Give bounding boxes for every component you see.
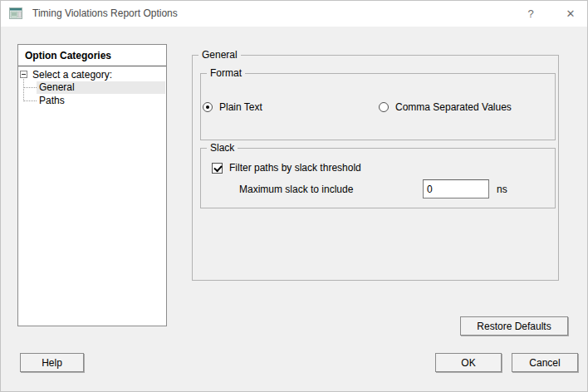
app-icon bbox=[9, 7, 22, 19]
filter-paths-checkbox-row[interactable]: Filter paths by slack threshold bbox=[212, 162, 361, 174]
tree-item-paths[interactable]: Paths bbox=[18, 95, 165, 107]
tree-connector-stub bbox=[24, 100, 37, 102]
max-slack-label: Maximum slack to include bbox=[239, 184, 353, 195]
slack-groupbox: Slack bbox=[200, 148, 556, 208]
tree-item-general[interactable]: General bbox=[18, 81, 165, 94]
checkbox-icon[interactable] bbox=[212, 163, 223, 174]
tree-item-general-label: General bbox=[37, 81, 165, 94]
help-button[interactable]: Help bbox=[20, 353, 84, 372]
close-icon: ✕ bbox=[566, 7, 576, 20]
titlebar-close-button[interactable]: ✕ bbox=[554, 1, 587, 27]
help-icon: ? bbox=[527, 7, 533, 20]
radio-plain-text-label: Plain Text bbox=[219, 101, 262, 113]
radio-button-icon[interactable] bbox=[379, 102, 389, 112]
ok-button[interactable]: OK bbox=[435, 353, 502, 372]
radio-button-icon[interactable] bbox=[203, 102, 213, 112]
max-slack-input[interactable] bbox=[423, 179, 489, 198]
titlebar-help-button[interactable]: ? bbox=[514, 1, 547, 27]
filter-paths-checkbox-label: Filter paths by slack threshold bbox=[229, 162, 361, 174]
window-title: Timing Violations Report Options bbox=[32, 1, 178, 27]
general-groupbox-label: General bbox=[198, 49, 241, 61]
timing-violations-report-options-dialog: Timing Violations Report Options ? ✕ Opt… bbox=[0, 0, 588, 392]
radio-plain-text[interactable]: Plain Text bbox=[203, 101, 262, 113]
format-groupbox-label: Format bbox=[207, 67, 245, 79]
tree-connector-stub bbox=[24, 87, 37, 89]
cancel-button[interactable]: Cancel bbox=[512, 353, 578, 372]
tree-item-paths-label: Paths bbox=[39, 95, 165, 107]
titlebar: Timing Violations Report Options ? ✕ bbox=[1, 1, 587, 27]
restore-defaults-button[interactable]: Restore Defaults bbox=[460, 316, 568, 336]
slack-groupbox-label: Slack bbox=[207, 142, 238, 154]
category-tree: Select a category: General Paths bbox=[18, 67, 166, 326]
tree-root-label: Select a category: bbox=[32, 69, 112, 81]
radio-comma-separated-values[interactable]: Comma Separated Values bbox=[379, 101, 512, 113]
option-categories-header: Option Categories bbox=[18, 45, 166, 66]
radio-csv-label: Comma Separated Values bbox=[395, 101, 512, 113]
option-categories-panel: Option Categories Select a category: Gen… bbox=[17, 44, 167, 326]
max-slack-unit-label: ns bbox=[497, 184, 507, 195]
tree-root-item[interactable]: Select a category: bbox=[18, 69, 166, 81]
